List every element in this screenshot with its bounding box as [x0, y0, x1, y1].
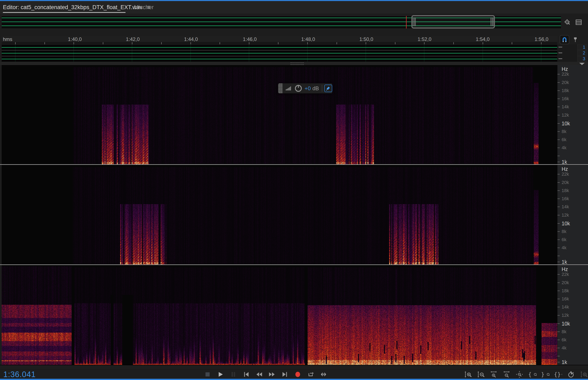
- viewport-grip-right[interactable]: [491, 18, 494, 26]
- ruler-time-label: 1:54,0: [476, 36, 490, 42]
- zoom-selection-icon: [560, 371, 562, 378]
- track-number-2[interactable]: 2: [577, 50, 587, 56]
- ruler-tick: [541, 42, 541, 44]
- freq-axis-label: 22k: [562, 171, 569, 177]
- track-bottom-edge: [0, 365, 588, 365]
- freq-axis-label: 6k: [562, 237, 566, 242]
- freq-axis-tick: [557, 199, 560, 199]
- hud-divider: [322, 85, 322, 92]
- spectrogram-track-1[interactable]: [2, 65, 557, 164]
- track-divider[interactable]: [0, 164, 588, 165]
- mini-fade-handle[interactable]: [558, 47, 562, 47]
- mini-track-row[interactable]: [2, 44, 557, 50]
- zoom-vertical-alt-button[interactable]: [580, 370, 588, 378]
- freq-axis-label: 16k: [562, 196, 569, 201]
- freq-axis-label: 14k: [562, 304, 569, 310]
- splitter-drag-handle[interactable]: [291, 63, 304, 65]
- gain-value[interactable]: +0: [305, 85, 311, 92]
- tab-editor-label: Editor: cat5_concatenated_32kbps_DTX_flo…: [3, 4, 142, 11]
- freq-axis-tick: [557, 356, 560, 356]
- freq-axis-label: 14k: [562, 204, 569, 209]
- mini-waveform-line: [2, 59, 557, 59]
- record-button[interactable]: [294, 370, 302, 378]
- hud-pin-button[interactable]: [324, 85, 332, 92]
- skip-selection-button[interactable]: [320, 370, 328, 378]
- ruler-tick: [15, 42, 16, 44]
- ruler-tick: [512, 42, 512, 44]
- mini-track-row[interactable]: [2, 50, 557, 56]
- panel-splitter[interactable]: [0, 62, 588, 65]
- ruler-time-label: 1:56,0: [535, 36, 549, 42]
- ruler-tick: [453, 42, 454, 44]
- freq-axis-label: 8k: [562, 129, 566, 134]
- overview-navigator[interactable]: [2, 16, 561, 29]
- panel-list-icon[interactable]: [575, 18, 583, 26]
- ruler-time-label: 1:44,0: [184, 36, 198, 42]
- skip-end-button[interactable]: [281, 370, 289, 378]
- freq-axis-label: 20k: [562, 280, 569, 285]
- spectrogram-track-2[interactable]: [2, 165, 557, 265]
- play-button[interactable]: [217, 370, 224, 378]
- overview-playhead[interactable]: [406, 16, 407, 28]
- tab-mischer[interactable]: Mischer: [134, 1, 154, 14]
- timer-icon: [567, 371, 575, 378]
- zoom-in-vertical-icon: [464, 371, 472, 378]
- freq-axis-label: 12k: [562, 113, 569, 118]
- zoom-vertical-alt-icon: [580, 371, 588, 378]
- freq-axis-label: 6k: [562, 337, 566, 342]
- tab-editor[interactable]: Editor: cat5_concatenated_32kbps_DTX_flo…: [3, 1, 150, 14]
- zoom-out-point-button[interactable]: }: [541, 370, 549, 378]
- zoom-selection-button[interactable]: {}: [554, 370, 562, 378]
- spectrogram-track-3[interactable]: [2, 265, 557, 365]
- transport-buttons: [204, 370, 328, 379]
- snap-toggle-button[interactable]: [560, 35, 569, 44]
- zoom-in-horizontal-button[interactable]: [490, 370, 498, 378]
- gain-hud[interactable]: +0 dB: [278, 83, 332, 94]
- fast-forward-button[interactable]: [268, 370, 276, 378]
- freq-axis-tick: [557, 215, 560, 215]
- zoom-out-vertical-button[interactable]: [477, 370, 485, 378]
- zoom-reset-icon[interactable]: [564, 18, 571, 26]
- freq-axis-label: 22k: [562, 72, 569, 77]
- ruler-tick: [220, 42, 220, 44]
- zoom-out-horizontal-icon: [503, 371, 510, 378]
- zoom-reset-button[interactable]: [515, 370, 524, 378]
- rewind-button[interactable]: [255, 370, 263, 378]
- freq-axis-label: 1k: [562, 259, 567, 265]
- play-icon: [217, 371, 224, 378]
- marker-icon[interactable]: [571, 36, 579, 44]
- mini-fade-handle[interactable]: [558, 53, 562, 53]
- freq-axis-label: 12k: [562, 313, 569, 318]
- mini-fade-handle[interactable]: [558, 58, 562, 59]
- track-number-3[interactable]: 3: [577, 56, 587, 61]
- playhead-time-display[interactable]: 1:36.041: [3, 370, 36, 379]
- timeline-ruler[interactable]: hms 1:40,01:42,01:44,01:46,01:48,01:50,0…: [2, 36, 557, 44]
- freq-axis-label: 18k: [562, 88, 569, 93]
- track-divider[interactable]: [0, 265, 588, 265]
- mini-track-row[interactable]: [2, 56, 557, 62]
- zoom-in-vertical-button[interactable]: [464, 370, 472, 378]
- zoom-in-point-icon: [531, 371, 536, 378]
- overview-viewport-box[interactable]: [411, 15, 495, 28]
- ruler-tick: [366, 42, 366, 44]
- zoom-in-point-button[interactable]: {: [528, 370, 536, 378]
- freq-axis-label: 8k: [562, 329, 566, 335]
- hud-drag-handle[interactable]: [278, 83, 283, 93]
- mini-track-strip[interactable]: [2, 44, 557, 62]
- freq-axis-tick: [557, 299, 560, 299]
- pause-button[interactable]: [229, 370, 237, 378]
- fast-forward-icon: [268, 371, 276, 378]
- track-number-1[interactable]: 1: [577, 44, 587, 50]
- freq-axis-tick: [557, 74, 560, 75]
- ruler-time-label: 1:50,0: [359, 36, 373, 42]
- gain-knob-icon[interactable]: [294, 84, 303, 93]
- skip-start-button[interactable]: [242, 370, 250, 378]
- loop-playback-button[interactable]: [307, 370, 314, 378]
- zoom-out-horizontal-button[interactable]: [502, 370, 511, 378]
- stop-button[interactable]: [204, 370, 212, 378]
- collapse-triangle-icon[interactable]: [579, 63, 585, 65]
- freq-axis-label: 22k: [562, 272, 569, 277]
- timer-button[interactable]: [567, 370, 575, 378]
- freq-axis-tick: [557, 256, 560, 256]
- viewport-grip-left[interactable]: [413, 18, 416, 26]
